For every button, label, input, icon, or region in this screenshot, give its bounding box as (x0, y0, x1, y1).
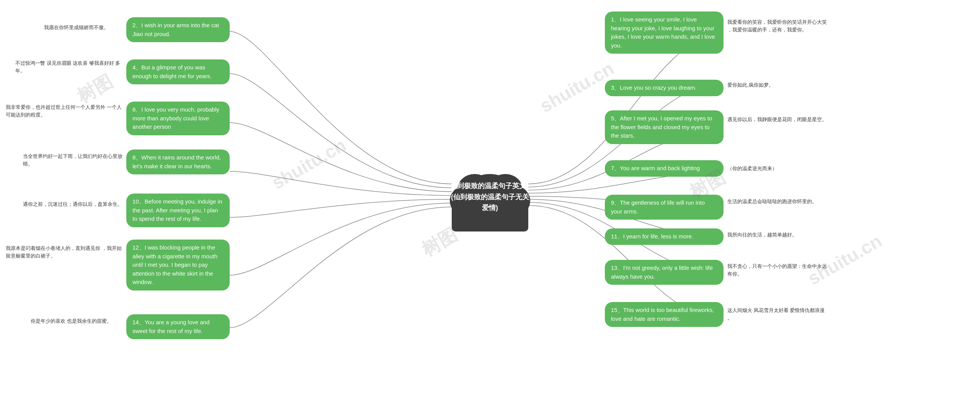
node-r3: 5、After I met you, I opened my eyes to t… (605, 110, 724, 144)
node-l6: 12、I was blocking people in the alley wi… (126, 240, 230, 291)
node-r4: 7、You are warm and back lighting (605, 160, 724, 177)
node-l2: 4、But a glimpse of you was enough to del… (126, 59, 230, 84)
label-l4: 当全世界约好一起下雨，让我们约好在心里放 晴。 (23, 153, 124, 167)
label-r2: 爱你如此,疯你如梦。 (727, 81, 774, 89)
node-r2: 3、Love you so crazy you dream. (605, 80, 724, 96)
label-r6: 我所向往的生活，越简单越好。 (727, 231, 797, 239)
node-l5: 10、Before meeting you, indulge in the pa… (126, 194, 230, 227)
center-node: 仙到极致的温柔句子英文_ (仙到极致的温柔句子无关 爱情) (440, 159, 540, 235)
label-l7: 你是年少的喜欢 也是我余生的甜蜜。 (31, 317, 112, 325)
label-r5: 生活的温柔总会哒哒哒的跑进你怀里的。 (727, 198, 817, 205)
watermark-2: shuitu.cn (268, 134, 350, 193)
label-r4: （你的温柔逆光而来） (727, 165, 777, 172)
node-l7: 14、You are a young love and sweet for th… (126, 314, 230, 339)
label-l3: 我非常爱你，也许超过世上任何一个人爱另外 一个人可能达到的程度。 (6, 103, 124, 118)
label-l5: 遇你之前，沉迷过往；遇你以后，盘算余生。 (23, 200, 122, 208)
label-r1: 我爱看你的笑容，我爱听你的笑话并开心大笑 ，我爱你温暖的手，还有，我爱你。 (727, 18, 831, 33)
label-l2: 不过惊鸿一瞥 误见你眉眼 这欢喜 够我喜好好 多年。 (15, 59, 122, 74)
node-l4: 8、When it rains around the world, let's … (126, 149, 230, 174)
watermark-6: shuitu.cn (804, 230, 885, 289)
node-r5: 9、The gentleness of life will run into y… (605, 195, 724, 220)
label-l6: 我原本是叼着烟在小巷堵人的，直到遇见你 ，我开始留意橱窗里的白裙子。 (6, 245, 124, 259)
watermark-1: 树图 (73, 69, 117, 108)
label-l1: 我愿在你怀里成猫娇而不傲。 (44, 24, 109, 31)
label-r7: 我不贪心，只有一个小小的愿望：生命中永远 有你。 (727, 263, 831, 277)
node-r7: 13、I'm not greedy, only a little wish: l… (605, 260, 724, 285)
center-title: 仙到极致的温柔句子英文_ (仙到极致的温柔句子无关 爱情) (444, 173, 536, 221)
node-l1: 2、I wish in your arms into the cat Jiao … (126, 17, 230, 42)
node-l3: 6、I love you very much, probably more th… (126, 102, 230, 135)
label-r3: 遇见你以后，我静眼便是花田，闭眼是星空。 (727, 116, 827, 123)
mind-map: 仙到极致的温柔句子英文_ (仙到极致的温柔句子无关 爱情) 2、I wish i… (0, 0, 980, 394)
label-r8: 这人间烟火 风花雪月太好看 爱恨情仇都浪漫 。 (727, 307, 831, 322)
node-r1: 1、I love seeing your smile, I love heari… (605, 11, 724, 54)
node-r8: 15、This world is too beautiful fireworks… (605, 302, 724, 327)
node-r6: 11、I yearn for life, less is more. (605, 228, 724, 245)
